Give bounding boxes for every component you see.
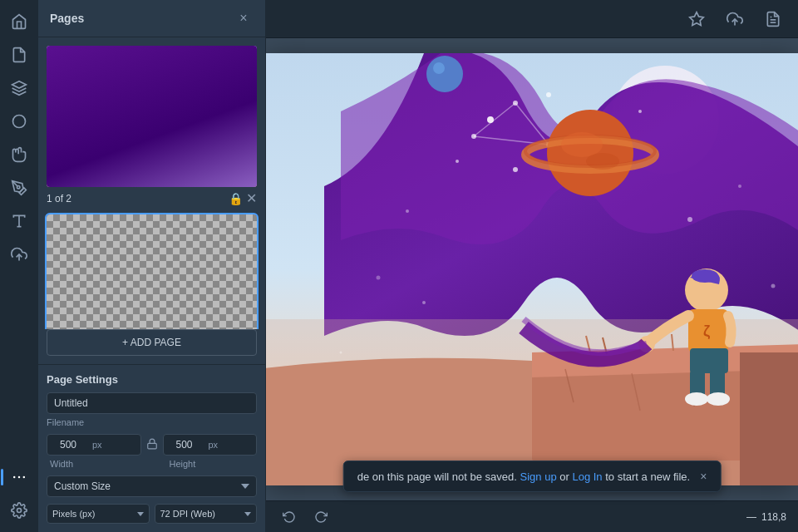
upload-icon[interactable] xyxy=(4,239,34,269)
toast-notification: de on this page will not be saved. Sign … xyxy=(343,461,722,492)
svg-point-56 xyxy=(377,276,381,280)
palm-icon[interactable] xyxy=(4,140,34,170)
svg-line-19 xyxy=(162,64,173,85)
bottom-bar: — 118,8 xyxy=(266,500,798,532)
bottom-left xyxy=(278,505,332,529)
svg-point-14 xyxy=(183,64,225,106)
svg-point-51 xyxy=(426,56,463,92)
svg-point-36 xyxy=(638,110,642,113)
width-input[interactable] xyxy=(47,435,89,455)
svg-point-12 xyxy=(129,88,132,91)
page-1-number: 1 of 2 xyxy=(47,193,71,204)
zoom-separator: — xyxy=(746,511,756,523)
share-icon[interactable] xyxy=(760,6,786,32)
svg-point-22 xyxy=(185,145,202,161)
redo-button[interactable] xyxy=(309,505,332,529)
home-icon[interactable] xyxy=(4,7,34,37)
units-select[interactable]: Pixels (px) Inches Millimeters xyxy=(47,504,150,524)
zoom-value: 118,8 xyxy=(761,511,786,523)
height-input[interactable] xyxy=(164,435,205,455)
lock-aspect-icon[interactable] xyxy=(145,438,160,452)
svg-point-7 xyxy=(18,476,21,479)
sparkle-icon[interactable] xyxy=(683,6,710,32)
page-2-preview xyxy=(47,214,257,329)
page-1-thumbnail[interactable] xyxy=(47,46,257,187)
svg-point-44 xyxy=(513,101,518,106)
svg-point-11 xyxy=(91,62,96,66)
dpi-select[interactable]: 72 DPI (Web) 150 DPI 300 DPI (Print) xyxy=(155,504,258,524)
svg-marker-27 xyxy=(690,12,704,25)
document-icon[interactable] xyxy=(4,40,34,70)
svg-point-75 xyxy=(707,392,730,406)
settings-title: Page Settings xyxy=(47,373,257,386)
page-2-container: 2 of 2 🔒 ✕ xyxy=(47,214,257,329)
canvas-illustration: ζ xyxy=(266,53,798,485)
canvas-wrapper: ζ xyxy=(266,38,798,500)
bottom-selects: Pixels (px) Inches Millimeters 72 DPI (W… xyxy=(47,504,257,524)
height-label: Height xyxy=(166,459,258,469)
svg-point-53 xyxy=(687,217,692,222)
svg-rect-59 xyxy=(740,352,798,485)
svg-point-73 xyxy=(685,392,708,406)
svg-rect-71 xyxy=(690,348,728,373)
svg-point-43 xyxy=(471,134,476,139)
svg-point-52 xyxy=(433,62,445,74)
height-unit: px xyxy=(205,440,222,450)
top-toolbar xyxy=(266,0,798,38)
svg-point-79 xyxy=(340,352,342,354)
svg-rect-24 xyxy=(183,179,190,187)
export-icon[interactable] xyxy=(722,6,748,32)
add-page-button[interactable]: + ADD PAGE xyxy=(47,329,257,356)
svg-rect-10 xyxy=(47,46,257,187)
toast-close-button[interactable]: × xyxy=(700,470,707,483)
more-icon[interactable] xyxy=(4,462,34,492)
panel-title: Pages xyxy=(50,12,84,25)
svg-point-54 xyxy=(406,209,409,213)
shapes-icon[interactable] xyxy=(4,106,34,136)
svg-rect-21 xyxy=(47,164,257,187)
login-link[interactable]: Log In xyxy=(572,470,602,483)
main-area: ζ xyxy=(266,0,798,532)
filename-label: Filename xyxy=(47,417,257,427)
svg-point-13 xyxy=(150,68,153,71)
svg-point-9 xyxy=(17,509,22,513)
svg-point-49 xyxy=(561,132,603,157)
pages-panel: Pages × xyxy=(38,0,266,532)
panel-header: Pages × xyxy=(38,0,265,37)
pen-icon[interactable] xyxy=(4,173,34,203)
svg-point-1 xyxy=(13,116,26,128)
undo-button[interactable] xyxy=(278,505,301,529)
pages-list: 1 of 2 🔒 ✕ 2 of 2 xyxy=(38,37,265,329)
svg-rect-23 xyxy=(186,161,201,178)
page-1-container: 1 of 2 🔒 ✕ xyxy=(47,46,257,208)
svg-point-16 xyxy=(66,46,91,66)
svg-rect-26 xyxy=(147,443,156,448)
settings-icon[interactable] xyxy=(4,495,34,525)
canvas[interactable]: ζ xyxy=(266,53,798,485)
svg-point-33 xyxy=(487,116,494,123)
svg-point-39 xyxy=(456,160,459,163)
panel-close-button[interactable]: × xyxy=(234,8,254,28)
svg-line-20 xyxy=(136,80,173,85)
size-row: px px xyxy=(47,434,257,456)
page-settings-panel: Page Settings Filename px px Width Heigh… xyxy=(38,364,265,532)
page-1-delete-icon[interactable]: ✕ xyxy=(246,190,257,206)
signup-link[interactable]: Sign up xyxy=(520,470,557,483)
toast-message: de on this page will not be saved. Sign … xyxy=(357,470,690,483)
width-label: Width xyxy=(47,459,138,469)
svg-point-77 xyxy=(422,301,426,304)
svg-point-34 xyxy=(546,92,551,97)
svg-marker-0 xyxy=(12,81,27,88)
text-icon[interactable] xyxy=(4,206,34,236)
page-1-preview xyxy=(47,46,257,187)
page-2-thumbnail[interactable] xyxy=(47,214,257,329)
size-preset-select[interactable]: Custom Size Letter A4 Social Media xyxy=(47,475,257,497)
svg-point-17 xyxy=(78,46,99,48)
svg-point-8 xyxy=(23,476,26,479)
filename-input[interactable] xyxy=(47,392,257,414)
page-1-lock-icon[interactable]: 🔒 xyxy=(229,192,243,205)
width-input-wrap: px xyxy=(47,434,141,456)
svg-point-78 xyxy=(771,284,776,288)
size-labels: Width Height xyxy=(47,459,257,469)
layers-icon[interactable] xyxy=(4,73,34,103)
